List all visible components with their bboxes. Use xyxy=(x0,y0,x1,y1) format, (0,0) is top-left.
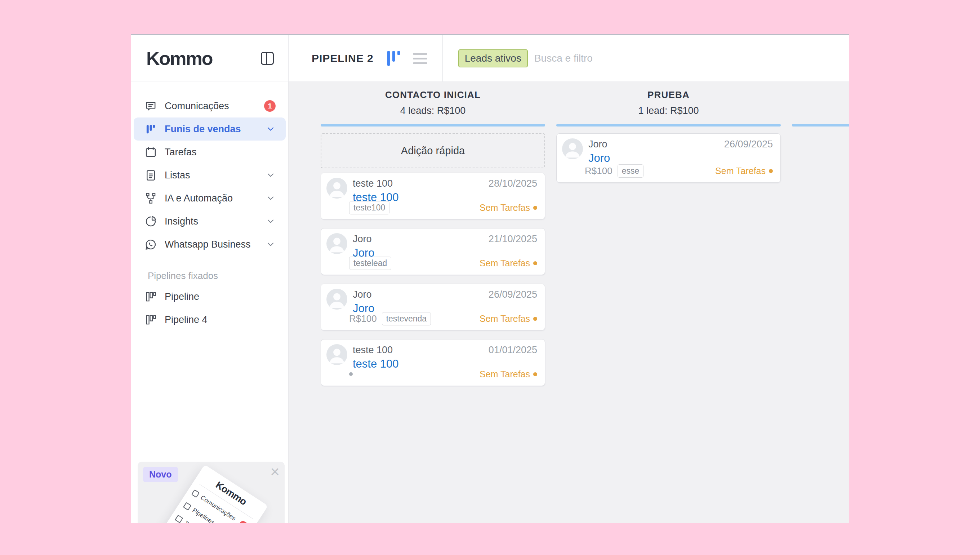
column-partial xyxy=(792,82,849,386)
lead-card[interactable]: Joro 26/09/2025 Joro R$100 esse Sem Tare… xyxy=(556,133,781,183)
sidebar-item-listas[interactable]: Listas xyxy=(134,164,286,187)
kanban-board: CONTACTO INICIAL 4 leads: R$100 Adição r… xyxy=(288,82,849,523)
sidebar-item-label: Pipeline 4 xyxy=(165,314,208,326)
lead-date: 26/09/2025 xyxy=(724,139,773,150)
document-icon xyxy=(144,169,157,182)
column-color-bar xyxy=(321,124,545,127)
sidebar-item-insights[interactable]: Insights xyxy=(134,210,286,233)
column-summary: 4 leads: R$100 xyxy=(400,105,466,116)
card-footer: testelead Sem Tarefas xyxy=(349,256,537,270)
card-footer: R$100 esse Sem Tarefas xyxy=(585,164,773,178)
list-view-icon[interactable] xyxy=(413,53,427,64)
lead-card[interactable]: teste 100 01/01/2025 teste 100 Sem Taref… xyxy=(321,339,545,386)
task-status[interactable]: Sem Tarefas xyxy=(480,314,537,324)
lead-card[interactable]: teste 100 28/10/2025 teste 100 teste100 … xyxy=(321,173,545,220)
column-header xyxy=(792,82,849,124)
sidebar-item-pipeline-4[interactable]: Pipeline 4 xyxy=(134,308,286,331)
kommo-logo: Kommo xyxy=(146,48,213,69)
sidebar-item-label: Listas xyxy=(165,170,190,181)
sidebar-collapse-icon[interactable] xyxy=(261,52,274,65)
chevron-down-icon[interactable] xyxy=(266,124,275,134)
kanban-icon xyxy=(144,123,157,135)
sidebar-item-tarefas[interactable]: Tarefas xyxy=(134,141,286,164)
task-status[interactable]: Sem Tarefas xyxy=(480,369,537,380)
column-summary: 1 lead: R$100 xyxy=(638,105,698,116)
app-window: Kommo Comunicações 1 Funis de vendas Tar… xyxy=(131,34,849,523)
avatar xyxy=(327,344,347,365)
sidebar-item-comunicacoes[interactable]: Comunicações 1 xyxy=(134,95,286,117)
contact-name: Joro xyxy=(353,234,372,245)
lead-date: 21/10/2025 xyxy=(488,234,537,245)
sidebar-logo-area: Kommo xyxy=(131,35,288,82)
status-dot xyxy=(769,169,773,173)
column-header: PRUEBA 1 lead: R$100 xyxy=(556,82,781,124)
contact-name: Joro xyxy=(353,289,372,300)
lead-price: R$100 xyxy=(349,313,377,324)
sidebar-item-whatsapp-business[interactable]: Whatsapp Business xyxy=(134,233,286,256)
novo-badge: Novo xyxy=(143,467,178,482)
page-title: PIPELINE 2 xyxy=(312,52,374,64)
divider xyxy=(442,35,443,82)
chevron-down-icon[interactable] xyxy=(266,216,275,226)
pipeline-icon xyxy=(144,290,157,303)
lead-date: 01/01/2025 xyxy=(488,345,537,356)
column-title: PRUEBA xyxy=(647,89,690,101)
mini-notification-badge xyxy=(238,520,250,523)
sidebar-menu: Comunicações 1 Funis de vendas Tarefas L… xyxy=(131,82,288,331)
pipeline-header: PIPELINE 2 Leads ativos Busca e filtro xyxy=(288,35,849,82)
promo-banner[interactable]: Novo × Kommo Comunicações Pipelines Tare… xyxy=(138,462,285,523)
avatar xyxy=(327,233,347,254)
sidebar-item-label: Whatsapp Business xyxy=(165,239,251,250)
lead-date: 28/10/2025 xyxy=(488,178,537,189)
status-dot xyxy=(533,261,537,265)
board-columns: CONTACTO INICIAL 4 leads: R$100 Adição r… xyxy=(288,82,849,386)
chevron-down-icon[interactable] xyxy=(266,239,275,249)
column-prueba: PRUEBA 1 lead: R$100 Joro 26/09/2025 Jor… xyxy=(556,82,781,386)
kanban-view-icon[interactable] xyxy=(388,51,400,66)
lead-tag: esse xyxy=(618,164,644,178)
mini-calendar-icon xyxy=(175,515,183,523)
lead-name-link[interactable]: Joro xyxy=(588,152,610,165)
contact-name: Joro xyxy=(588,139,607,150)
sidebar-item-pipeline[interactable]: Pipeline xyxy=(134,285,286,308)
pipeline-icon xyxy=(144,314,157,326)
sidebar: Kommo Comunicações 1 Funis de vendas Tar… xyxy=(131,35,288,523)
sidebar-item-label: Comunicações xyxy=(165,101,229,112)
sidebar-item-label: Funis de vendas xyxy=(165,124,241,135)
sidebar-item-label: Pipeline xyxy=(165,291,199,302)
pinned-pipelines-section-title: Pipelines fixados xyxy=(148,270,288,281)
pie-chart-icon xyxy=(144,215,157,228)
task-status[interactable]: Sem Tarefas xyxy=(480,258,537,268)
lead-date: 26/09/2025 xyxy=(488,289,537,300)
card-footer: teste100 Sem Tarefas xyxy=(349,201,537,215)
avatar xyxy=(327,289,347,310)
contact-name: teste 100 xyxy=(353,178,393,189)
contact-name: teste 100 xyxy=(353,345,393,356)
leads-ativos-filter-chip[interactable]: Leads ativos xyxy=(458,50,528,67)
automation-icon xyxy=(144,192,157,205)
empty-indicator-dot xyxy=(349,372,353,376)
sidebar-item-label: Insights xyxy=(165,216,198,227)
status-dot xyxy=(533,372,537,376)
avatar xyxy=(327,178,347,199)
mini-chat-icon xyxy=(191,489,200,498)
search-input[interactable]: Busca e filtro xyxy=(534,53,592,64)
lead-card[interactable]: Joro 21/10/2025 Joro testelead Sem Taref… xyxy=(321,228,545,275)
lead-card[interactable]: Joro 26/09/2025 Joro R$100 testevenda Se… xyxy=(321,284,545,330)
task-status[interactable]: Sem Tarefas xyxy=(480,202,537,213)
quick-add-button[interactable]: Adição rápida xyxy=(321,133,545,168)
whatsapp-icon xyxy=(144,238,157,251)
sidebar-item-funis-de-vendas[interactable]: Funis de vendas xyxy=(134,117,286,141)
status-dot xyxy=(533,317,537,321)
cards-list: Joro 26/09/2025 Joro R$100 esse Sem Tare… xyxy=(556,133,781,183)
sidebar-item-label: IA e Automação xyxy=(165,193,233,204)
lead-price: R$100 xyxy=(585,165,613,176)
chevron-down-icon[interactable] xyxy=(266,170,275,180)
chevron-down-icon[interactable] xyxy=(266,193,275,203)
sidebar-item-ia-e-automacao[interactable]: IA e Automação xyxy=(134,187,286,210)
notification-badge: 1 xyxy=(264,100,275,112)
mini-pipeline-icon xyxy=(183,502,192,511)
column-title: CONTACTO INICIAL xyxy=(385,89,480,101)
task-status[interactable]: Sem Tarefas xyxy=(715,166,773,176)
close-icon[interactable]: × xyxy=(270,462,280,481)
